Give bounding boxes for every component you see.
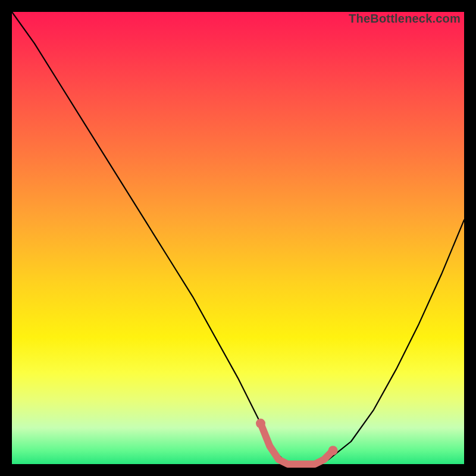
chart-frame: TheBottleneck.com <box>12 12 464 464</box>
chart-svg <box>12 12 464 464</box>
dot-anchor-left <box>256 419 265 428</box>
dot-anchor-right <box>328 446 338 455</box>
bottleneck-curve <box>12 12 464 464</box>
flat-highlight <box>261 424 333 464</box>
